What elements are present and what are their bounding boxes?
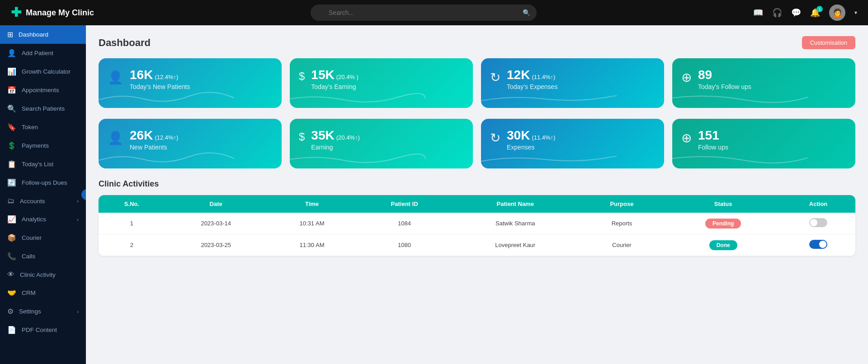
col-purpose: Purpose	[579, 195, 665, 213]
card-value-new-patients: 26K(12.4%↑)	[130, 129, 178, 143]
main-layout: ⊞ Dashboard 👤 Add Patient 📊 Growth Calcu…	[0, 25, 868, 364]
topbar-right: 📖 🎧 💬 🔔 1 🙍 ▾	[753, 5, 857, 21]
cell-patient-name: Satwik Sharma	[452, 213, 579, 234]
customisation-button[interactable]: Customisation	[802, 36, 855, 49]
sidebar-item-appointments[interactable]: 📅 Appointments	[0, 81, 86, 99]
sidebar-item-clinic-activity[interactable]: 👁 Clinic Activity	[0, 266, 86, 284]
search-icon: 🔍	[523, 9, 530, 16]
card-icon-earning-today: $	[299, 70, 305, 83]
toggle-knob-row2	[819, 241, 826, 248]
logo: ✚ Manage My Clinic	[11, 6, 94, 19]
sidebar-item-dashboard[interactable]: ⊞ Dashboard	[0, 25, 86, 44]
sidebar-item-followups-dues[interactable]: 🔄 Follow-ups Dues	[0, 173, 86, 192]
dashboard-icon: ⊞	[7, 30, 13, 39]
sidebar-item-analytics[interactable]: 📈 Analytics ›	[0, 210, 86, 229]
sidebar-item-growth-calculator[interactable]: 📊 Growth Calculator	[0, 62, 86, 81]
sidebar-item-settings[interactable]: ⚙ Settings ›	[0, 302, 86, 321]
col-time: Time	[267, 195, 357, 213]
card-new-patients-today: 👤 16K(12.4%↑) Today's New Patients	[99, 58, 282, 108]
payments-icon: 💲	[7, 141, 16, 150]
clinic-activities-title: Clinic Activities	[99, 179, 855, 189]
clinic-activities-section: Clinic Activities S.No. Date Time Patien…	[99, 179, 855, 256]
cell-date: 2023-03-14	[165, 213, 267, 234]
sidebar-item-pdf-content[interactable]: 📄 PDF Content	[0, 321, 86, 339]
sidebar-item-courier[interactable]: 📦 Courier	[0, 229, 86, 247]
card-label-earning: Earning	[311, 144, 359, 151]
card-icon-earning: $	[299, 131, 305, 143]
clinic-activities-table: S.No. Date Time Patient ID Patient Name …	[99, 195, 855, 256]
card-expenses: ↻ 30K(11.4%↑) Expenses	[481, 119, 664, 168]
cards-row-2: 👤 26K(12.4%↑) New Patients $	[99, 119, 855, 168]
cell-purpose: Courier	[579, 234, 665, 256]
search-input[interactable]	[311, 5, 537, 21]
avatar-dropdown-icon[interactable]: ▾	[854, 9, 857, 16]
message-icon[interactable]: 💬	[791, 8, 801, 18]
cell-patient-id: 1084	[357, 213, 452, 234]
sidebar-item-payments[interactable]: 💲 Payments	[0, 136, 86, 155]
card-value-new-patients-today: 16K(12.4%↑)	[130, 68, 190, 82]
cards-row-1: 👤 16K(12.4%↑) Today's New Patients $	[99, 58, 855, 108]
search-patients-icon: 🔍	[7, 104, 16, 113]
card-earning-today: $ 15K(20.4% ) Today's Earning	[290, 58, 473, 108]
card-value-followups-today: 89	[698, 68, 751, 82]
sidebar-label-courier: Courier	[22, 234, 42, 241]
toggle-knob-row1	[810, 219, 817, 226]
sidebar-label-dashboard: Dashboard	[19, 31, 48, 38]
card-icon-new-patients: 👤	[108, 131, 123, 145]
sidebar-label-todays-list: Today's List	[22, 161, 53, 168]
token-icon: 🔖	[7, 123, 16, 131]
col-patient-id: Patient ID	[357, 195, 452, 213]
calls-icon: 📞	[7, 252, 16, 261]
sidebar-item-todays-list[interactable]: 📋 Today's List	[0, 155, 86, 173]
analytics-icon: 📈	[7, 215, 16, 224]
card-new-patients: 👤 26K(12.4%↑) New Patients	[99, 119, 282, 168]
toggle-switch-row1[interactable]	[809, 218, 827, 227]
crm-icon: 🤝	[7, 289, 16, 297]
col-patient-name: Patient Name	[452, 195, 579, 213]
cell-date: 2023-03-25	[165, 234, 267, 256]
cell-action[interactable]	[781, 213, 855, 234]
card-label-expenses: Expenses	[507, 144, 555, 151]
cell-purpose: Reports	[579, 213, 665, 234]
growth-calculator-icon: 📊	[7, 67, 16, 76]
sidebar-item-calls[interactable]: 📞 Calls	[0, 247, 86, 266]
card-earning: $ 35K(20.4%↑) Earning	[290, 119, 473, 168]
sidebar-label-growth-calculator: Growth Calculator	[22, 68, 71, 75]
col-status: Status	[665, 195, 781, 213]
sidebar-label-search-patients: Search Patients	[22, 105, 65, 112]
card-icon-expenses: ↻	[490, 131, 500, 145]
sidebar-item-search-patients[interactable]: 🔍 Search Patients	[0, 99, 86, 118]
toggle-switch-row2[interactable]	[809, 240, 827, 249]
card-value-expenses-today: 12K(11.4%↑)	[507, 68, 557, 82]
cell-sno: 1	[99, 213, 165, 234]
status-badge-done: Done	[709, 240, 737, 250]
sidebar-label-appointments: Appointments	[22, 87, 59, 93]
headset-icon[interactable]: 🎧	[772, 8, 782, 18]
sidebar-item-accounts[interactable]: 🗂 Accounts ›	[0, 192, 86, 210]
sidebar-item-add-patient[interactable]: 👤 Add Patient	[0, 44, 86, 62]
book-icon[interactable]: 📖	[753, 8, 763, 18]
page-header: Dashboard Customisation	[99, 36, 855, 49]
sidebar-item-crm[interactable]: 🤝 CRM	[0, 284, 86, 302]
avatar[interactable]: 🙍	[829, 5, 845, 21]
card-expenses-today: ↻ 12K(11.4%↑) Today's Expenses	[481, 58, 664, 108]
card-icon-expenses-today: ↻	[490, 70, 500, 85]
cell-action[interactable]	[781, 234, 855, 256]
card-icon-followups: ⊕	[681, 131, 692, 145]
topbar: ✚ Manage My Clinic 🔍 📖 🎧 💬 🔔 1 🙍 ▾	[0, 0, 868, 25]
sidebar-item-token[interactable]: 🔖 Token	[0, 118, 86, 136]
table-row: 1 2023-03-14 10:31 AM 1084 Satwik Sharma…	[99, 213, 855, 234]
card-value-earning: 35K(20.4%↑)	[311, 129, 359, 143]
sidebar-label-followups-dues: Follow-ups Dues	[22, 179, 67, 186]
sidebar-label-pdf-content: PDF Content	[22, 327, 57, 333]
todays-list-icon: 📋	[7, 160, 16, 168]
sidebar-label-calls: Calls	[22, 253, 35, 260]
card-label-earning-today: Today's Earning	[311, 83, 359, 90]
card-label-new-patients: New Patients	[130, 144, 178, 151]
sidebar-label-accounts: Accounts	[20, 198, 45, 205]
cell-patient-name: Lovepreet Kaur	[452, 234, 579, 256]
notification-icon[interactable]: 🔔 1	[810, 8, 820, 18]
settings-arrow-icon: ›	[77, 309, 79, 314]
card-label-followups-today: Today's Follow ups	[698, 83, 751, 90]
search-bar: 🔍	[311, 5, 537, 21]
